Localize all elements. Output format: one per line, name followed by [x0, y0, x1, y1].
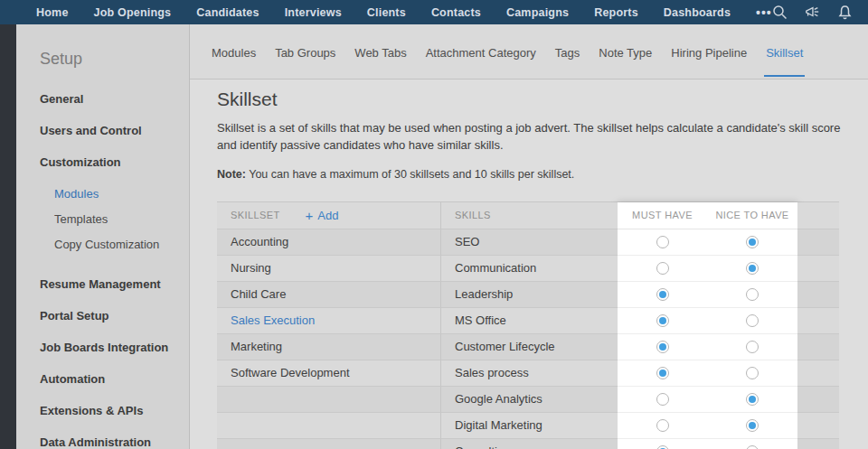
sidebar-item-resume-management[interactable]: Resume Management — [40, 277, 189, 291]
nav-item-clients[interactable]: Clients — [367, 6, 406, 19]
row-spacer — [797, 439, 839, 449]
nice-to-have-radio[interactable] — [746, 341, 759, 353]
nav-item-candidates[interactable]: Candidates — [196, 6, 259, 19]
skill-cell: Customer Lifecycle — [441, 334, 618, 360]
row-spacer — [797, 282, 839, 308]
topbar: HomeJob OpeningsCandidatesInterviewsClie… — [0, 0, 868, 24]
row-spacer — [797, 360, 839, 387]
sidebar-item-modules[interactable]: Modules — [54, 187, 189, 201]
tab-tags[interactable]: Tags — [553, 27, 581, 77]
must-have-radio[interactable] — [656, 393, 669, 406]
nice-to-have-radio[interactable] — [746, 314, 759, 327]
skill-cell: Digital Marketing — [441, 413, 618, 439]
nice-to-have-radio[interactable] — [746, 288, 759, 301]
header-skillset: SKILLSET + Add — [217, 202, 441, 229]
nice-to-have-radio[interactable] — [746, 419, 759, 432]
must-have-radio[interactable] — [656, 236, 669, 248]
skill-cell: Sales process — [441, 360, 618, 387]
nav-more-button[interactable]: ••• — [756, 5, 772, 20]
tab-modules[interactable]: Modules — [210, 27, 258, 77]
table-row: Consulting — [217, 439, 839, 449]
sidebar-title: Setup — [40, 50, 189, 69]
nice-to-have-radio[interactable] — [746, 367, 759, 379]
skillset-cell: Accounting — [217, 229, 441, 256]
must-have-radio[interactable] — [656, 419, 669, 432]
skillset-cell — [217, 439, 441, 449]
must-have-radio[interactable] — [656, 341, 669, 353]
note-text: Note: You can have a maximum of 30 skill… — [217, 168, 868, 181]
row-spacer — [797, 387, 839, 413]
nav-item-dashboards[interactable]: Dashboards — [664, 6, 731, 19]
must-have-radio[interactable] — [656, 367, 669, 379]
nav-item-reports[interactable]: Reports — [594, 6, 638, 19]
tab-note-type[interactable]: Note Type — [597, 27, 654, 77]
search-icon[interactable] — [772, 5, 788, 20]
page-description: Skillset is a set of skills that may be … — [217, 120, 843, 154]
skill-cell: MS Office — [441, 308, 618, 334]
note-label: Note: — [217, 168, 246, 181]
row-spacer — [797, 308, 839, 334]
skill-cell: Consulting — [441, 439, 618, 449]
must-have-radio[interactable] — [656, 445, 669, 449]
row-spacer — [797, 413, 839, 439]
tab-web-tabs[interactable]: Web Tabs — [353, 27, 408, 77]
nice-to-have-radio[interactable] — [746, 445, 759, 449]
table-header-row: SKILLSET + Add SKILLS MUST HAVE NICE TO … — [217, 202, 839, 229]
sidebar-item-copy-customization[interactable]: Copy Customization — [54, 238, 189, 251]
header-skills: SKILLS — [441, 202, 618, 229]
table-row: Sales ExecutionMS Office — [217, 308, 839, 334]
setup-sidebar: Setup GeneralUsers and ControlCustomizat… — [16, 24, 190, 449]
nice-to-have-radio[interactable] — [746, 262, 759, 275]
sidebar-item-data-administration[interactable]: Data Administration — [40, 435, 189, 449]
must-have-radio[interactable] — [656, 288, 669, 301]
tab-attachment-category[interactable]: Attachment Category — [424, 27, 538, 77]
skillset-cell — [217, 413, 441, 439]
tab-hiring-pipeline[interactable]: Hiring Pipeline — [669, 27, 749, 77]
skillset-cell — [217, 387, 441, 413]
table-row: Google Analytics — [217, 387, 839, 413]
table-row: Digital Marketing — [217, 413, 839, 439]
sidebar-item-users-and-control[interactable]: Users and Control — [40, 124, 189, 137]
sidebar-item-customization[interactable]: Customization — [40, 155, 189, 169]
add-skillset-button[interactable]: + Add — [306, 209, 339, 222]
skillset-cell: Marketing — [217, 334, 441, 360]
table-row: NursingCommunication — [217, 256, 839, 282]
nav-item-home[interactable]: Home — [36, 6, 69, 19]
tab-skillset[interactable]: Skillset — [764, 27, 805, 77]
row-spacer — [797, 229, 839, 256]
header-must-have: MUST HAVE — [618, 202, 707, 229]
tab-tab-groups[interactable]: Tab Groups — [273, 27, 337, 77]
skillset-cell: Child Care — [217, 282, 441, 308]
setup-tabstrip: ModulesTab GroupsWeb TabsAttachment Cate… — [190, 24, 868, 80]
sidebar-item-portal-setup[interactable]: Portal Setup — [40, 309, 189, 323]
sidebar-item-job-boards-integration[interactable]: Job Boards Integration — [40, 341, 189, 354]
skill-cell: Leadership — [441, 282, 618, 308]
sidebar-item-automation[interactable]: Automation — [40, 372, 189, 386]
sidebar-item-templates[interactable]: Templates — [54, 212, 189, 226]
megaphone-icon[interactable] — [805, 5, 820, 20]
nav-item-campaigns[interactable]: Campaigns — [506, 6, 569, 19]
table-row: Software DevelopmentSales process — [217, 360, 839, 387]
skillset-cell: Software Development — [217, 360, 441, 387]
must-have-radio[interactable] — [656, 262, 669, 275]
sidebar-item-extensions-apis[interactable]: Extensions & APIs — [40, 404, 189, 417]
skillset-table: SKILLSET + Add SKILLS MUST HAVE NICE TO … — [217, 201, 839, 449]
nice-to-have-radio[interactable] — [746, 393, 759, 406]
skill-cell: Google Analytics — [441, 387, 618, 413]
nav-item-interviews[interactable]: Interviews — [285, 6, 342, 19]
page-title: Skillset — [217, 89, 868, 110]
header-nice-to-have: NICE TO HAVE — [707, 202, 797, 229]
sidebar-item-general[interactable]: General — [40, 92, 189, 106]
table-row: AccountingSEO — [217, 229, 839, 256]
row-spacer — [797, 334, 839, 360]
table-row: MarketingCustomer Lifecycle — [217, 334, 839, 360]
must-have-radio[interactable] — [656, 314, 669, 327]
nice-to-have-radio[interactable] — [746, 236, 759, 248]
skill-cell: Communication — [441, 256, 618, 282]
header-spacer — [797, 202, 839, 229]
nav-item-job-openings[interactable]: Job Openings — [94, 6, 172, 19]
skillset-cell[interactable]: Sales Execution — [217, 308, 441, 334]
collapsed-nav-strip[interactable] — [0, 24, 16, 449]
bell-icon[interactable] — [837, 5, 853, 20]
nav-item-contacts[interactable]: Contacts — [431, 6, 481, 19]
